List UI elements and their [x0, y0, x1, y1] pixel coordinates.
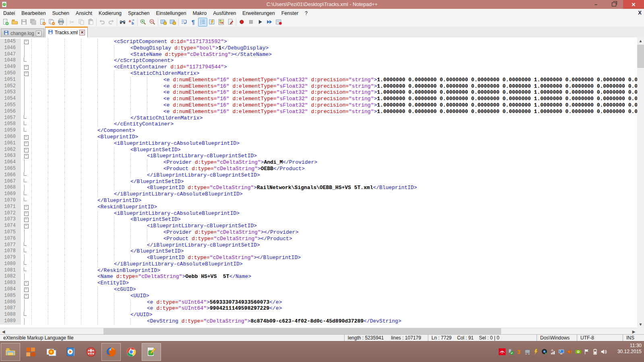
minimize-button[interactable]: –: [587, 0, 605, 9]
fold-margin[interactable]: −: [21, 70, 31, 77]
fold-margin[interactable]: −: [21, 280, 31, 286]
save-file-icon[interactable]: [19, 18, 29, 27]
fold-collapse-icon[interactable]: −: [24, 212, 29, 216]
fold-margin[interactable]: −: [21, 286, 31, 293]
document-map-icon[interactable]: [217, 18, 226, 27]
code-line[interactable]: 1087<e d:type="sUInt64">9904211149598297…: [0, 305, 637, 312]
fold-collapse-icon[interactable]: −: [24, 218, 29, 222]
run-macro-multiple-icon[interactable]: [265, 18, 274, 27]
fold-margin[interactable]: −: [21, 223, 31, 229]
fold-collapse-icon[interactable]: −: [24, 65, 29, 70]
tray-action-center-flag-icon[interactable]: [583, 348, 590, 355]
code-line[interactable]: 1047<StateName d:type="cDeltaString"></S…: [0, 51, 637, 58]
taskbar-app-chrome[interactable]: [122, 343, 141, 361]
code-line[interactable]: 1056<e d:numElements="16" d:elementType=…: [0, 109, 637, 115]
save-all-icon[interactable]: [29, 18, 38, 27]
menu-item-erweiterungen[interactable]: Erweiterungen: [239, 10, 278, 17]
scroll-right-arrow-icon[interactable]: ▶: [630, 328, 637, 335]
taskbar-app-office[interactable]: [21, 343, 40, 361]
menu-item-einstellungen[interactable]: Einstellungen: [153, 10, 190, 17]
paste-icon[interactable]: [86, 18, 95, 27]
code-line[interactable]: 1059</Component>: [0, 128, 637, 134]
fold-collapse-icon[interactable]: −: [24, 148, 29, 152]
fold-collapse-icon[interactable]: −: [24, 142, 29, 146]
editor[interactable]: 1045−<cScriptComponent d:id="1171731592"…: [0, 37, 637, 328]
sync-vertical-scroll-icon[interactable]: [159, 18, 168, 27]
fold-margin[interactable]: −: [21, 134, 31, 140]
code-line[interactable]: 1060−<BlueprintID>: [0, 134, 637, 140]
menu-item-makro[interactable]: Makro: [190, 10, 210, 17]
code-line[interactable]: 1057</StaticChildrenMatrix>: [0, 115, 637, 121]
vertical-scrollbar-thumb[interactable]: [637, 45, 644, 68]
tray-avira-icon[interactable]: [499, 348, 506, 355]
code-line[interactable]: 1055<e d:numElements="16" d:elementType=…: [0, 102, 637, 109]
code-line[interactable]: 1065<Product d:type="cDeltaString">OEBB<…: [0, 166, 637, 172]
fold-collapse-icon[interactable]: −: [24, 294, 29, 298]
fold-collapse-icon[interactable]: −: [24, 281, 29, 286]
tab-change-log[interactable]: change.log✕: [1, 29, 44, 37]
code-line[interactable]: 1083−<EntityID>: [0, 280, 637, 286]
code-line[interactable]: 1062−<BlueprintSetID>: [0, 147, 637, 153]
taskbar-app-photo-viewer[interactable]: [41, 343, 60, 361]
tray-nvidia-icon[interactable]: [575, 348, 582, 355]
fold-collapse-icon[interactable]: −: [24, 154, 29, 158]
tray-display-icon[interactable]: [558, 348, 565, 355]
stop-macro-icon[interactable]: [246, 18, 256, 27]
code-line[interactable]: 1081</ReskinBlueprintID>: [0, 267, 637, 274]
code-line[interactable]: 1068<BlueprintID d:type="cDeltaString">R…: [0, 185, 637, 191]
fold-margin[interactable]: −: [21, 153, 31, 159]
redo-icon[interactable]: [107, 18, 116, 27]
function-list-icon[interactable]: [207, 18, 217, 27]
fold-collapse-icon[interactable]: −: [24, 72, 29, 76]
code-line[interactable]: 1079<BlueprintID d:type="cDeltaString"><…: [0, 255, 637, 261]
code-line[interactable]: 1080</iBlueprintLibrary-cAbsoluteBluepri…: [0, 261, 637, 267]
code-line[interactable]: 1076<Product d:type="cDeltaString"></Pro…: [0, 236, 637, 242]
open-file-icon[interactable]: [10, 18, 19, 27]
copy-icon[interactable]: [77, 18, 86, 27]
code-line[interactable]: 1066</iBlueprintLibrary-cBlueprintSetID>: [0, 172, 637, 179]
menu-item-kodierung[interactable]: Kodierung: [95, 10, 125, 17]
word-wrap-icon[interactable]: [180, 18, 189, 27]
tray-device-monitor-icon[interactable]: [524, 348, 531, 355]
tab-close-icon[interactable]: ✕: [36, 31, 41, 36]
code-line[interactable]: 1069</iBlueprintLibrary-cAbsoluteBluepri…: [0, 191, 637, 197]
code-line[interactable]: 1053<e d:numElements="16" d:elementType=…: [0, 89, 637, 96]
code-line[interactable]: 1070</BlueprintID>: [0, 197, 637, 204]
fold-margin[interactable]: −: [21, 210, 31, 217]
restore-button[interactable]: [605, 0, 623, 9]
menu-item-?[interactable]: ?: [301, 10, 311, 17]
close-button[interactable]: ✕: [623, 0, 644, 9]
menu-item-fenster[interactable]: Fenster: [278, 10, 301, 17]
taskbar-app-updater[interactable]: [81, 343, 101, 361]
code-line[interactable]: 1082<Name d:type="cDeltaString">Oebb HS+…: [0, 274, 637, 280]
code-line[interactable]: 1049−<cEntityContainer d:id="1171794544"…: [0, 64, 637, 70]
code-line[interactable]: 1051<e d:numElements="16" d:elementType=…: [0, 77, 637, 83]
taskbar-app-firefox[interactable]: [101, 343, 121, 361]
code-line[interactable]: 1072−<iBlueprintLibrary-cAbsoluteBluepri…: [0, 210, 637, 217]
code-line[interactable]: 1077</iBlueprintLibrary-cBlueprintSetID>: [0, 242, 637, 249]
tab-close-icon[interactable]: ✕: [79, 30, 85, 35]
taskbar-app-notepad-plus-plus[interactable]: [142, 343, 161, 361]
fold-collapse-icon[interactable]: −: [24, 224, 29, 228]
tray-signal-strength-icon[interactable]: [549, 348, 556, 355]
code-line[interactable]: 1089<DevString d:type="cDeltaString">8c8…: [0, 318, 637, 325]
code-line[interactable]: 1071−<ReskinBlueprintID>: [0, 204, 637, 210]
tray-volume-icon[interactable]: [600, 348, 607, 355]
fold-margin[interactable]: −: [21, 147, 31, 153]
fold-collapse-icon[interactable]: −: [24, 288, 29, 292]
scroll-left-arrow-icon[interactable]: ◀: [0, 328, 7, 335]
tray-usb-safely-remove-icon[interactable]: [507, 348, 514, 355]
taskbar-clock[interactable]: 11:30 30.12.2015: [609, 343, 642, 355]
code-line[interactable]: 1088</UUID>: [0, 312, 637, 318]
fold-margin[interactable]: −: [21, 204, 31, 210]
replace-icon[interactable]: ab: [127, 18, 136, 27]
taskbar-app-media-player[interactable]: [61, 343, 80, 361]
code-line[interactable]: 1086<e d:type="sUInt64">5693330734933560…: [0, 299, 637, 306]
taskbar-app-file-explorer[interactable]: [1, 343, 20, 361]
tray-loudspeaker-orange-icon[interactable]: [566, 348, 573, 355]
menu-item-datei[interactable]: Datei: [0, 10, 18, 17]
close-document-x[interactable]: X: [638, 10, 642, 16]
code-line[interactable]: 1064<Provider d:type="cDeltaString">Andi…: [0, 159, 637, 166]
play-macro-icon[interactable]: [256, 18, 265, 27]
save-macro-icon[interactable]: [274, 18, 283, 27]
